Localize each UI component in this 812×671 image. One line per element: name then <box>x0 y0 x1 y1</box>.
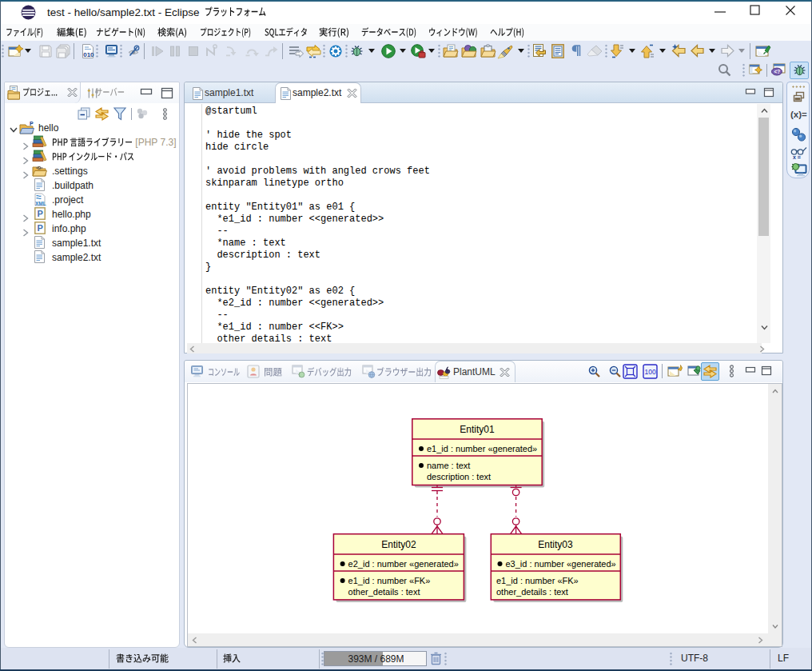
svg-text:100: 100 <box>645 368 656 376</box>
svg-text:Entity01: Entity01 <box>460 424 495 435</box>
svg-text:description : text: description : text <box>427 472 491 481</box>
svg-text:e2_id : number «generated»: e2_id : number «generated» <box>348 559 459 569</box>
svg-text:other_details : text: other_details : text <box>348 587 420 597</box>
svg-text:Entity03: Entity03 <box>538 539 573 550</box>
svg-text:e1_id : number «generated»: e1_id : number «generated» <box>427 444 537 453</box>
svg-text:P: P <box>38 223 43 233</box>
svg-text:Entity02: Entity02 <box>381 539 416 550</box>
svg-text:other_details : text: other_details : text <box>496 587 568 597</box>
svg-text:<?: <? <box>774 69 781 74</box>
svg-text:010: 010 <box>83 51 94 58</box>
svg-text:x =: x = <box>793 154 801 160</box>
svg-text:e1_id : number «FK»: e1_id : number «FK» <box>496 576 579 585</box>
svg-text:name : text: name : text <box>427 461 470 470</box>
svg-text:P: P <box>38 209 43 218</box>
svg-text:P: P <box>30 121 34 126</box>
svg-text:e3_id : number «generated»: e3_id : number «generated» <box>506 559 616 569</box>
svg-text:XML: XML <box>35 201 46 206</box>
svg-text:e1_id : number «FK»: e1_id : number «FK» <box>348 576 431 585</box>
